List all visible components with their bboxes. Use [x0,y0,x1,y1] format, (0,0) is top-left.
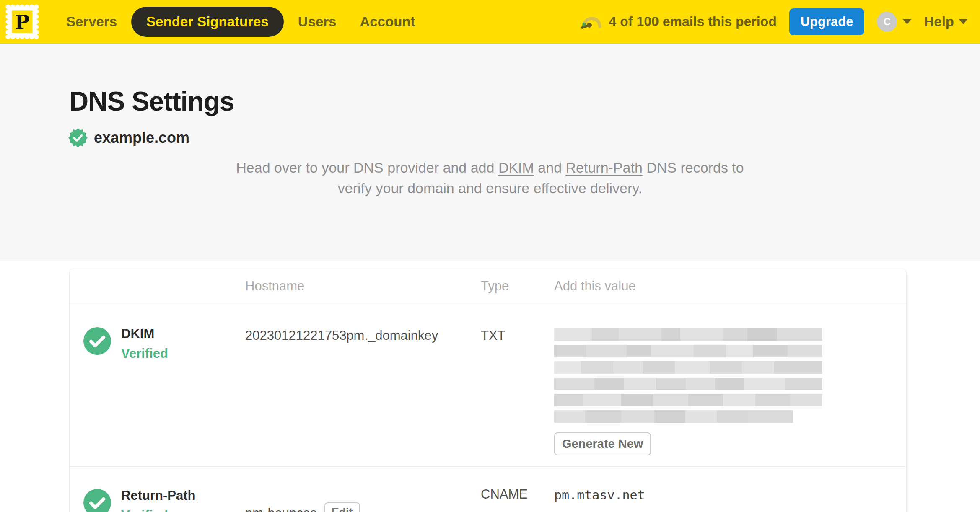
table-row-dkim: DKIM Verified 20230121221753pm._domainke… [70,303,906,466]
status-badge: Verified [121,508,195,512]
edit-button[interactable]: Edit [324,502,360,512]
return-path-type: CNAME [481,467,551,512]
dkim-status-text: DKIM Verified [121,326,168,466]
usage-text: 4 of 100 emails this period [609,14,777,29]
nav-item-servers[interactable]: Servers [57,8,126,36]
dkim-hostname: 20230121221753pm._domainkey [245,303,481,466]
dkim-link[interactable]: DKIM [498,160,534,176]
redacted-value-line [554,378,822,390]
redacted-value-line [554,410,793,423]
usage-meter-link[interactable]: 4 of 100 emails this period [581,14,777,30]
redacted-value-line [554,328,822,341]
avatar: C [877,12,897,32]
record-name: DKIM [121,326,168,341]
description-text: verify your domain and ensure effective … [338,180,642,196]
return-path-hostname: pm-bounces [245,505,317,512]
postmark-logo[interactable]: P [5,4,39,40]
dkim-type: TXT [481,303,551,466]
domain-row: example.com [68,128,980,147]
return-path-status-text: Return-Path Verified [121,488,195,512]
primary-nav: Servers Sender Signatures Users Account [57,7,424,37]
column-header-type: Type [481,279,551,294]
table-row-return-path: Return-Path Verified pm-bounces Edit CNA… [70,466,906,512]
record-name: Return-Path [121,488,195,503]
logo-letter: P [15,10,29,34]
return-path-link[interactable]: Return-Path [566,160,643,176]
account-menu[interactable]: C [877,12,911,32]
verified-check-icon [83,489,111,512]
help-label: Help [924,14,954,30]
status-badge: Verified [121,346,168,361]
description-text: and [534,160,566,176]
column-header-add-this-value: Add this value [551,279,906,294]
description-text: Head over to your DNS provider and add [236,160,498,176]
return-path-value-cell: pm.mtasv.net [551,467,906,512]
description-text: DNS records to [643,160,744,176]
chevron-down-icon [903,19,911,24]
generate-new-button[interactable]: Generate New [554,432,651,455]
table-header-row: Hostname Type Add this value [70,269,906,303]
column-header-hostname: Hostname [245,279,481,294]
gauge-icon [581,14,602,30]
help-menu[interactable]: Help [924,14,967,30]
redacted-value-line [554,394,822,406]
page-title: DNS Settings [69,88,980,115]
dns-records-table: Hostname Type Add this value DKIM Verifi… [69,269,907,512]
top-nav: P Servers Sender Signatures Users Accoun… [0,0,980,44]
redacted-value-line [554,345,822,357]
domain-name: example.com [94,129,189,147]
page-description: Head over to your DNS provider and add D… [213,158,767,199]
dkim-status-cell: DKIM Verified [70,303,245,466]
main-content: DNS Settings example.com Head over to yo… [0,44,980,199]
redacted-value-line [554,361,822,374]
verified-seal-icon [68,128,88,147]
return-path-value: pm.mtasv.net [554,488,645,502]
dkim-value-cell: Generate New [551,303,906,466]
nav-item-users[interactable]: Users [289,8,346,36]
nav-right: 4 of 100 emails this period Upgrade C He… [581,8,967,35]
nav-item-sender-signatures[interactable]: Sender Signatures [131,7,284,37]
upgrade-button[interactable]: Upgrade [789,8,865,35]
chevron-down-icon [959,19,967,24]
return-path-hostname-cell: pm-bounces Edit [245,467,481,512]
return-path-status-cell: Return-Path Verified [70,467,245,512]
verified-check-icon [83,327,111,355]
nav-item-account[interactable]: Account [350,8,424,36]
